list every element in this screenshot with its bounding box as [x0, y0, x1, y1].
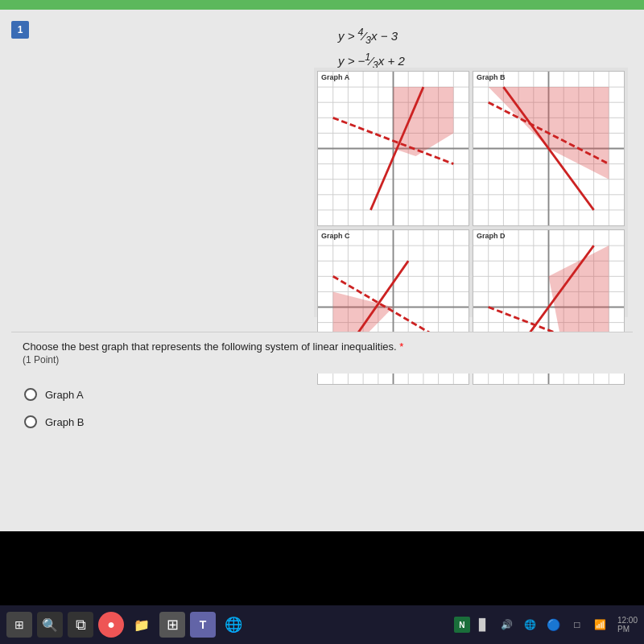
teams-icon[interactable]: T [190, 612, 216, 638]
edge-icon[interactable]: 🌐 [221, 612, 246, 638]
start-button[interactable]: ⊞ [6, 612, 32, 638]
option-a-label: Graph A [45, 389, 84, 401]
required-asterisk: * [399, 341, 403, 353]
question-number: 1 [11, 21, 29, 39]
search-icon[interactable]: 🔍 [37, 612, 63, 638]
apps-icon[interactable]: ⊞ [159, 612, 185, 638]
network-icon[interactable]: ▊ [474, 615, 493, 634]
option-graph-a[interactable]: Graph A [24, 388, 84, 401]
formula-1: y > 4⁄3x − 3 [338, 24, 405, 49]
radio-a[interactable] [24, 388, 37, 401]
graphs-container: Graph A [314, 68, 628, 317]
taskbar: ⊞ 🔍 ⧉ ● 📁 ⊞ T 🌐 N ▊ 🔊 🌐 🔵 □ 📶 12:00PM [0, 605, 644, 644]
question-text-block: Choose the best graph that represents th… [11, 332, 633, 374]
option-b-label: Graph B [45, 416, 84, 428]
question-body: Choose the best graph that represents th… [23, 341, 397, 353]
screen: 1 y > 4⁄3x − 3 y > −1⁄3x + 2 Graph A [0, 0, 644, 531]
graph-b: Graph B [473, 71, 625, 226]
radio-b[interactable] [24, 415, 37, 428]
graph-grid: Graph A [314, 68, 628, 317]
question-points: (1 Point) [23, 354, 621, 365]
time-display: 12:00PM [617, 616, 638, 634]
main-content: 1 y > 4⁄3x − 3 y > −1⁄3x + 2 Graph A [0, 10, 644, 531]
graph-b-label: Graph B [477, 73, 506, 81]
graph-d-label: Graph D [477, 232, 506, 240]
signal-icon[interactable]: 📶 [591, 615, 610, 634]
option-graph-b[interactable]: Graph B [24, 415, 84, 428]
bluetooth-icon[interactable]: 🔵 [544, 615, 564, 634]
volume-icon[interactable]: 🔊 [497, 615, 517, 634]
green-bar [0, 0, 644, 10]
chrome-icon[interactable]: ● [98, 612, 124, 638]
options-container: Graph A Graph B [24, 388, 84, 443]
graph-a-svg [318, 72, 469, 225]
graph-a-label: Graph A [321, 73, 349, 81]
question-text: Choose the best graph that represents th… [23, 341, 621, 353]
taskbar-right: N ▊ 🔊 🌐 🔵 □ 📶 12:00PM [454, 615, 638, 634]
notification-icon[interactable]: N [454, 617, 470, 633]
graph-a: Graph A [317, 71, 469, 226]
battery-icon[interactable]: □ [568, 615, 587, 634]
wifi-icon[interactable]: 🌐 [521, 615, 540, 634]
graph-b-svg [473, 72, 624, 225]
taskview-icon[interactable]: ⧉ [68, 612, 93, 638]
graph-c-label: Graph C [321, 232, 350, 240]
folder-icon[interactable]: 📁 [129, 612, 155, 638]
svg-marker-20 [394, 87, 454, 156]
